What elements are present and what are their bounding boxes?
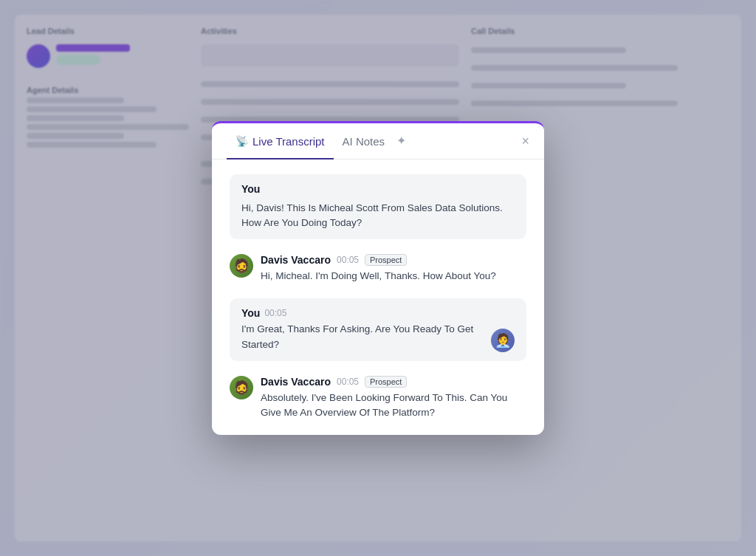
- msg2-speaker: Davis Vaccaro: [261, 254, 331, 266]
- message-2: 🧔 Davis Vaccaro 00:05 Prospect Hi, Miche…: [230, 254, 526, 284]
- tab-ai-notes[interactable]: AI Notes: [334, 123, 394, 159]
- msg3-speaker: You: [241, 307, 260, 319]
- sparkle-icon[interactable]: ✦: [394, 131, 409, 151]
- message-4: 🧔 Davis Vaccaro 00:05 Prospect Absolutel…: [230, 376, 526, 421]
- live-transcript-modal: 📡 Live Transcript AI Notes ✦ × You Hi, D…: [212, 121, 544, 436]
- davis-avatar-1: 🧔: [230, 254, 253, 278]
- msg4-time: 00:05: [337, 377, 359, 387]
- tab-ai-label: AI Notes: [343, 135, 385, 148]
- msg2-badge: Prospect: [365, 254, 407, 266]
- msg1-speaker: You: [241, 183, 260, 195]
- msg4-text: Absolutely. I've Been Looking Forward To…: [261, 391, 526, 421]
- tab-live-label: Live Transcript: [252, 135, 325, 148]
- msg4-speaker: Davis Vaccaro: [261, 376, 331, 388]
- msg2-time: 00:05: [337, 255, 359, 265]
- transcript-body: You Hi, Davis! This Is Micheal Scott Fro…: [212, 159, 544, 436]
- msg3-text: I'm Great, Thanks For Asking. Are You Re…: [241, 322, 485, 352]
- you-avatar: 🧑‍💼: [491, 329, 515, 352]
- close-button[interactable]: ×: [515, 131, 529, 151]
- modal-overlay: 📡 Live Transcript AI Notes ✦ × You Hi, D…: [0, 0, 756, 556]
- modal-tab-bar: 📡 Live Transcript AI Notes ✦ ×: [212, 123, 544, 159]
- msg1-text: Hi, Davis! This Is Micheal Scott From Sa…: [241, 201, 515, 231]
- tab-live-transcript[interactable]: 📡 Live Transcript: [227, 123, 334, 159]
- message-1: You Hi, Davis! This Is Micheal Scott Fro…: [230, 174, 526, 240]
- msg3-time: 00:05: [264, 308, 286, 318]
- davis-avatar-2: 🧔: [230, 376, 253, 399]
- message-3: You 00:05 I'm Great, Thanks For Asking. …: [230, 298, 526, 361]
- live-icon: 📡: [236, 135, 248, 147]
- msg2-text: Hi, Micheal. I'm Doing Well, Thanks. How…: [261, 269, 526, 284]
- msg4-badge: Prospect: [365, 376, 407, 388]
